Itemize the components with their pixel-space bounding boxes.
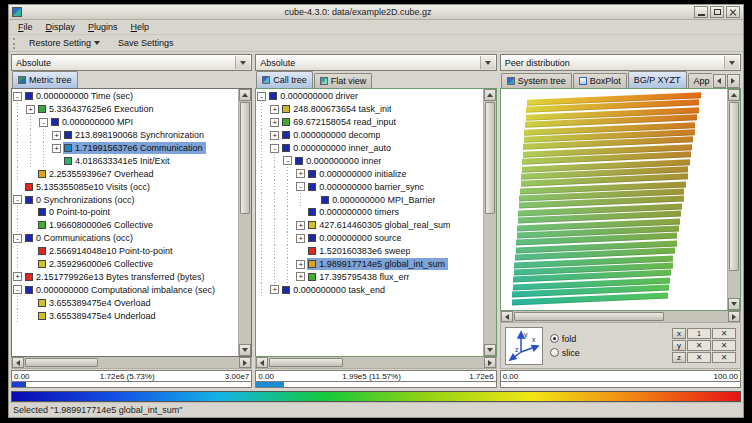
- dim-cell-z-1[interactable]: ✕: [712, 352, 736, 363]
- scroll-down-button[interactable]: [484, 344, 496, 356]
- tree-item-global-real-sum[interactable]: +427.614460305 global_real_sum: [257, 219, 482, 232]
- metric-horizontal-scrollbar[interactable]: [11, 357, 252, 369]
- tab-flat-view[interactable]: Flat view: [314, 73, 373, 88]
- expand-icon[interactable]: +: [270, 285, 279, 294]
- combo-arrow-icon[interactable]: [724, 56, 739, 69]
- collapse-icon[interactable]: -: [13, 234, 22, 243]
- axis-x-button[interactable]: x: [672, 328, 686, 339]
- collapse-icon[interactable]: -: [13, 92, 22, 101]
- metric-vertical-scrollbar[interactable]: [238, 89, 251, 356]
- scroll-up-button[interactable]: [728, 89, 740, 101]
- tab-scroll-left-button[interactable]: [713, 74, 726, 88]
- dim-cell-z-0[interactable]: ✕: [687, 352, 711, 363]
- expand-icon[interactable]: +: [296, 272, 305, 281]
- axis-y-button[interactable]: y: [672, 340, 686, 351]
- save-settings-button[interactable]: Save Settings: [113, 36, 179, 50]
- tree-item-visits-occ[interactable]: 5.135355085e10 Visits (occ): [13, 180, 238, 193]
- tree-item-time-sec[interactable]: -0.000000000 Time (sec): [13, 90, 238, 103]
- maximize-button[interactable]: [710, 6, 724, 18]
- call-vertical-scrollbar[interactable]: [483, 89, 496, 356]
- menu-display[interactable]: Display: [40, 21, 82, 33]
- tree-item-global-int-sum[interactable]: +1.989917714e5 global_int_sum: [257, 258, 482, 271]
- menu-help[interactable]: Help: [125, 21, 156, 33]
- scroll-right-button[interactable]: [484, 357, 496, 368]
- collapse-icon[interactable]: -: [257, 92, 266, 101]
- expand-icon[interactable]: +: [296, 260, 305, 269]
- close-button[interactable]: [726, 6, 740, 18]
- collapse-icon[interactable]: -: [13, 195, 22, 204]
- tree-item-point-to-point[interactable]: 0 Point-to-point: [13, 206, 238, 219]
- metric-value-mode-combo[interactable]: Absolute: [11, 54, 252, 71]
- dim-cell-y-0[interactable]: ✕: [687, 340, 711, 351]
- scroll-down-button[interactable]: [728, 298, 740, 310]
- scroll-left-button[interactable]: [12, 357, 24, 368]
- scroll-left-button[interactable]: [501, 311, 513, 322]
- expand-icon[interactable]: +: [13, 272, 22, 281]
- toolbar-grip[interactable]: [13, 38, 16, 49]
- tree-item-overload[interactable]: 3.655389475e4 Overload: [13, 296, 238, 309]
- tree-item-overhead[interactable]: 2.253559396e7 Overhead: [13, 167, 238, 180]
- collapse-icon[interactable]: -: [296, 182, 305, 191]
- scroll-up-button[interactable]: [239, 89, 251, 101]
- axis-z-button[interactable]: z: [672, 352, 686, 363]
- titlebar[interactable]: cube-4.3.0: data/example2D.cube.gz: [9, 5, 743, 20]
- scroll-up-button[interactable]: [484, 89, 496, 101]
- scrollbar-thumb[interactable]: [514, 312, 665, 321]
- combo-arrow-icon[interactable]: [480, 56, 495, 69]
- scroll-left-button[interactable]: [256, 357, 268, 368]
- tree-item-task-init[interactable]: +248.800673654 task_init: [257, 103, 482, 116]
- tree-item-initialize[interactable]: +0.000000000 initialize: [257, 167, 482, 180]
- scroll-right-button[interactable]: [728, 311, 740, 322]
- scrollbar-thumb[interactable]: [269, 358, 342, 367]
- tab-boxplot[interactable]: BoxPlot: [573, 73, 627, 88]
- scrollbar-thumb[interactable]: [25, 358, 98, 367]
- tree-item-init-exit[interactable]: 4.018633341e5 Init/Exit: [13, 154, 238, 167]
- collapse-icon[interactable]: -: [270, 144, 279, 153]
- tree-item-decomp[interactable]: +0.000000000 decomp: [257, 129, 482, 142]
- dim-cell-x-1[interactable]: ✕: [712, 328, 736, 339]
- menu-plugins[interactable]: Plugins: [82, 21, 124, 33]
- call-horizontal-scrollbar[interactable]: [255, 357, 496, 369]
- tree-item-inner-auto[interactable]: -0.000000000 inner_auto: [257, 142, 482, 155]
- collapse-icon[interactable]: -: [39, 118, 48, 127]
- topology-canvas[interactable]: [501, 89, 727, 310]
- tree-item-inner[interactable]: -0.000000000 inner: [257, 154, 482, 167]
- expand-icon[interactable]: +: [52, 131, 61, 140]
- scroll-down-button[interactable]: [239, 344, 251, 356]
- expand-icon[interactable]: +: [296, 234, 305, 243]
- tree-item-collective[interactable]: 1.966080000e6 Collective: [13, 219, 238, 232]
- tree-item-point-to-point[interactable]: 2.566914048e10 Point-to-point: [13, 245, 238, 258]
- dim-cell-x-0[interactable]: 1: [687, 328, 711, 339]
- tree-item-execution[interactable]: +5.336437625e6 Execution: [13, 103, 238, 116]
- system-value-mode-combo[interactable]: Peer distribution: [500, 54, 741, 71]
- tree-item-collective[interactable]: 2.359296000e6 Collective: [13, 258, 238, 271]
- tab-bg-p-xyzt[interactable]: BG/P XYZT: [628, 71, 687, 88]
- tab-app[interactable]: App: [688, 73, 712, 88]
- tab-call-tree[interactable]: Call tree: [256, 71, 313, 88]
- expand-icon[interactable]: +: [270, 131, 279, 140]
- expand-icon[interactable]: +: [296, 169, 305, 178]
- topology-horizontal-scrollbar[interactable]: [500, 311, 741, 323]
- axes-orientation-button[interactable]: x y z: [505, 327, 543, 365]
- tree-item-communications-occ[interactable]: -0 Communications (occ): [13, 232, 238, 245]
- tree-item-synchronization[interactable]: +213.898190068 Synchronization: [13, 129, 238, 142]
- tree-item-task-end[interactable]: +0.000000000 task_end: [257, 283, 482, 296]
- menu-file[interactable]: File: [12, 21, 39, 33]
- tab-metric-tree[interactable]: Metric tree: [12, 71, 78, 88]
- combo-arrow-icon[interactable]: [235, 56, 250, 69]
- tab-scroll-right-button[interactable]: [727, 74, 740, 88]
- expand-icon[interactable]: +: [296, 221, 305, 230]
- scrollbar-thumb[interactable]: [240, 102, 250, 214]
- scrollbar-thumb[interactable]: [485, 102, 495, 214]
- tree-item-communication[interactable]: +1.719915637e6 Communication: [13, 142, 238, 155]
- tree-item-bytes-transferred-bytes[interactable]: +2.151779926e13 Bytes transferred (bytes…: [13, 270, 238, 283]
- restore-setting-button[interactable]: Restore Setting: [24, 36, 105, 50]
- tree-item-timers[interactable]: 0.000000000 timers: [257, 206, 482, 219]
- expand-icon[interactable]: +: [52, 144, 61, 153]
- tree-item-synchronizations-occ[interactable]: -0 Synchronizations (occ): [13, 193, 238, 206]
- scrollbar-thumb[interactable]: [729, 102, 739, 271]
- scroll-right-button[interactable]: [239, 357, 251, 368]
- tree-item-mpi-barrier[interactable]: 0.000000000 MPI_Barrier: [257, 193, 482, 206]
- expand-icon[interactable]: +: [26, 105, 35, 114]
- tree-item-barrier-sync[interactable]: -0.000000000 barrier_sync: [257, 180, 482, 193]
